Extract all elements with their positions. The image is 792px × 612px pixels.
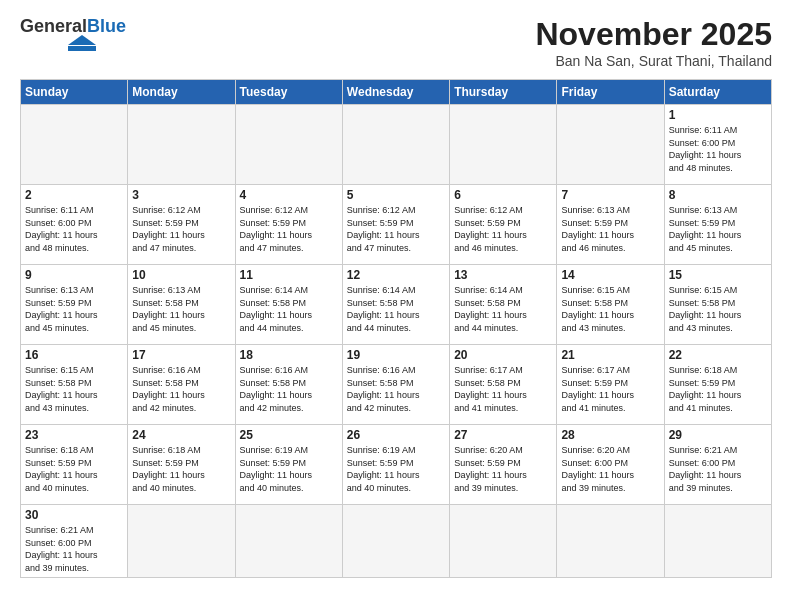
header-thursday: Thursday (450, 80, 557, 105)
calendar-cell (557, 505, 664, 578)
calendar-cell: 15Sunrise: 6:15 AM Sunset: 5:58 PM Dayli… (664, 265, 771, 345)
calendar-cell: 4Sunrise: 6:12 AM Sunset: 5:59 PM Daylig… (235, 185, 342, 265)
calendar-cell: 2Sunrise: 6:11 AM Sunset: 6:00 PM Daylig… (21, 185, 128, 265)
title-section: November 2025 Ban Na San, Surat Thani, T… (535, 16, 772, 69)
day-number: 5 (347, 188, 445, 202)
week-row-1: 2Sunrise: 6:11 AM Sunset: 6:00 PM Daylig… (21, 185, 772, 265)
calendar-cell (128, 505, 235, 578)
cell-info: Sunrise: 6:14 AM Sunset: 5:58 PM Dayligh… (240, 284, 338, 334)
day-number: 1 (669, 108, 767, 122)
week-row-4: 23Sunrise: 6:18 AM Sunset: 5:59 PM Dayli… (21, 425, 772, 505)
cell-info: Sunrise: 6:16 AM Sunset: 5:58 PM Dayligh… (347, 364, 445, 414)
calendar-cell: 5Sunrise: 6:12 AM Sunset: 5:59 PM Daylig… (342, 185, 449, 265)
calendar-cell: 28Sunrise: 6:20 AM Sunset: 6:00 PM Dayli… (557, 425, 664, 505)
calendar-cell: 29Sunrise: 6:21 AM Sunset: 6:00 PM Dayli… (664, 425, 771, 505)
day-number: 6 (454, 188, 552, 202)
day-number: 21 (561, 348, 659, 362)
day-number: 13 (454, 268, 552, 282)
cell-info: Sunrise: 6:20 AM Sunset: 5:59 PM Dayligh… (454, 444, 552, 494)
cell-info: Sunrise: 6:18 AM Sunset: 5:59 PM Dayligh… (669, 364, 767, 414)
cell-info: Sunrise: 6:21 AM Sunset: 6:00 PM Dayligh… (669, 444, 767, 494)
header-friday: Friday (557, 80, 664, 105)
day-number: 2 (25, 188, 123, 202)
calendar-cell: 10Sunrise: 6:13 AM Sunset: 5:58 PM Dayli… (128, 265, 235, 345)
day-number: 12 (347, 268, 445, 282)
day-number: 25 (240, 428, 338, 442)
day-number: 11 (240, 268, 338, 282)
week-row-0: 1Sunrise: 6:11 AM Sunset: 6:00 PM Daylig… (21, 105, 772, 185)
cell-info: Sunrise: 6:12 AM Sunset: 5:59 PM Dayligh… (454, 204, 552, 254)
calendar-cell: 8Sunrise: 6:13 AM Sunset: 5:59 PM Daylig… (664, 185, 771, 265)
calendar-cell: 22Sunrise: 6:18 AM Sunset: 5:59 PM Dayli… (664, 345, 771, 425)
day-number: 10 (132, 268, 230, 282)
cell-info: Sunrise: 6:14 AM Sunset: 5:58 PM Dayligh… (347, 284, 445, 334)
logo-general: General (20, 16, 87, 37)
header: General Blue November 2025 Ban Na San, S… (20, 16, 772, 69)
logo-blue: Blue (87, 16, 126, 37)
cell-info: Sunrise: 6:20 AM Sunset: 6:00 PM Dayligh… (561, 444, 659, 494)
calendar-cell: 30Sunrise: 6:21 AM Sunset: 6:00 PM Dayli… (21, 505, 128, 578)
header-wednesday: Wednesday (342, 80, 449, 105)
calendar-cell: 13Sunrise: 6:14 AM Sunset: 5:58 PM Dayli… (450, 265, 557, 345)
calendar-cell: 9Sunrise: 6:13 AM Sunset: 5:59 PM Daylig… (21, 265, 128, 345)
calendar-cell: 17Sunrise: 6:16 AM Sunset: 5:58 PM Dayli… (128, 345, 235, 425)
calendar-cell (235, 505, 342, 578)
day-number: 29 (669, 428, 767, 442)
calendar-cell: 12Sunrise: 6:14 AM Sunset: 5:58 PM Dayli… (342, 265, 449, 345)
calendar-cell: 26Sunrise: 6:19 AM Sunset: 5:59 PM Dayli… (342, 425, 449, 505)
logo: General Blue (20, 16, 126, 51)
cell-info: Sunrise: 6:13 AM Sunset: 5:59 PM Dayligh… (25, 284, 123, 334)
calendar-cell (450, 105, 557, 185)
calendar-cell: 6Sunrise: 6:12 AM Sunset: 5:59 PM Daylig… (450, 185, 557, 265)
cell-info: Sunrise: 6:11 AM Sunset: 6:00 PM Dayligh… (25, 204, 123, 254)
day-number: 19 (347, 348, 445, 362)
day-number: 8 (669, 188, 767, 202)
day-number: 26 (347, 428, 445, 442)
cell-info: Sunrise: 6:17 AM Sunset: 5:59 PM Dayligh… (561, 364, 659, 414)
calendar-cell (557, 105, 664, 185)
day-number: 18 (240, 348, 338, 362)
day-number: 17 (132, 348, 230, 362)
calendar-cell (342, 105, 449, 185)
calendar-cell: 25Sunrise: 6:19 AM Sunset: 5:59 PM Dayli… (235, 425, 342, 505)
day-number: 24 (132, 428, 230, 442)
cell-info: Sunrise: 6:19 AM Sunset: 5:59 PM Dayligh… (240, 444, 338, 494)
day-number: 22 (669, 348, 767, 362)
cell-info: Sunrise: 6:16 AM Sunset: 5:58 PM Dayligh… (240, 364, 338, 414)
header-monday: Monday (128, 80, 235, 105)
cell-info: Sunrise: 6:15 AM Sunset: 5:58 PM Dayligh… (669, 284, 767, 334)
day-number: 28 (561, 428, 659, 442)
day-number: 3 (132, 188, 230, 202)
cell-info: Sunrise: 6:13 AM Sunset: 5:59 PM Dayligh… (561, 204, 659, 254)
day-number: 9 (25, 268, 123, 282)
cell-info: Sunrise: 6:13 AM Sunset: 5:58 PM Dayligh… (132, 284, 230, 334)
header-row: SundayMondayTuesdayWednesdayThursdayFrid… (21, 80, 772, 105)
calendar-cell (342, 505, 449, 578)
cell-info: Sunrise: 6:21 AM Sunset: 6:00 PM Dayligh… (25, 524, 123, 574)
calendar-cell: 20Sunrise: 6:17 AM Sunset: 5:58 PM Dayli… (450, 345, 557, 425)
cell-info: Sunrise: 6:12 AM Sunset: 5:59 PM Dayligh… (132, 204, 230, 254)
calendar-table: SundayMondayTuesdayWednesdayThursdayFrid… (20, 79, 772, 578)
header-sunday: Sunday (21, 80, 128, 105)
cell-info: Sunrise: 6:12 AM Sunset: 5:59 PM Dayligh… (240, 204, 338, 254)
calendar-cell: 27Sunrise: 6:20 AM Sunset: 5:59 PM Dayli… (450, 425, 557, 505)
week-row-2: 9Sunrise: 6:13 AM Sunset: 5:59 PM Daylig… (21, 265, 772, 345)
cell-info: Sunrise: 6:13 AM Sunset: 5:59 PM Dayligh… (669, 204, 767, 254)
day-number: 4 (240, 188, 338, 202)
cell-info: Sunrise: 6:14 AM Sunset: 5:58 PM Dayligh… (454, 284, 552, 334)
cell-info: Sunrise: 6:18 AM Sunset: 5:59 PM Dayligh… (25, 444, 123, 494)
calendar-cell: 3Sunrise: 6:12 AM Sunset: 5:59 PM Daylig… (128, 185, 235, 265)
calendar-cell: 14Sunrise: 6:15 AM Sunset: 5:58 PM Dayli… (557, 265, 664, 345)
cell-info: Sunrise: 6:11 AM Sunset: 6:00 PM Dayligh… (669, 124, 767, 174)
calendar-cell: 16Sunrise: 6:15 AM Sunset: 5:58 PM Dayli… (21, 345, 128, 425)
header-saturday: Saturday (664, 80, 771, 105)
calendar-cell: 18Sunrise: 6:16 AM Sunset: 5:58 PM Dayli… (235, 345, 342, 425)
calendar-cell: 19Sunrise: 6:16 AM Sunset: 5:58 PM Dayli… (342, 345, 449, 425)
cell-info: Sunrise: 6:15 AM Sunset: 5:58 PM Dayligh… (25, 364, 123, 414)
week-row-5: 30Sunrise: 6:21 AM Sunset: 6:00 PM Dayli… (21, 505, 772, 578)
cell-info: Sunrise: 6:18 AM Sunset: 5:59 PM Dayligh… (132, 444, 230, 494)
day-number: 15 (669, 268, 767, 282)
day-number: 7 (561, 188, 659, 202)
calendar-cell: 11Sunrise: 6:14 AM Sunset: 5:58 PM Dayli… (235, 265, 342, 345)
calendar-cell (235, 105, 342, 185)
